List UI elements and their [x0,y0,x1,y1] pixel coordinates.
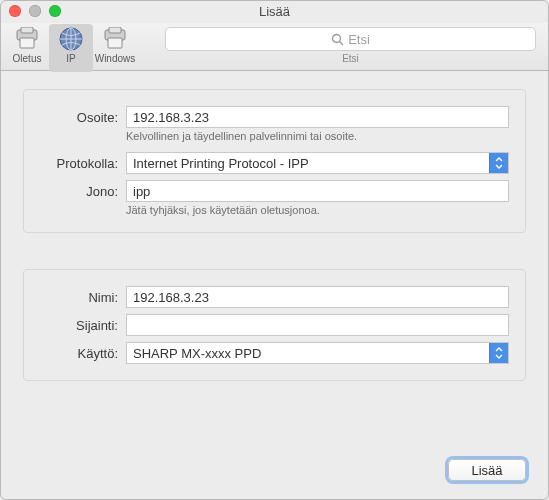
search-placeholder: Etsi [348,32,370,47]
zoom-icon[interactable] [49,5,61,17]
address-label: Osoite: [34,110,126,125]
queue-input[interactable] [126,180,509,202]
svg-rect-6 [109,27,121,33]
toolbar-item-label: Windows [95,53,136,64]
printer-icon [101,26,129,52]
protocol-value: Internet Printing Protocol - IPP [133,156,309,171]
footer: Lisää [448,459,526,481]
printer-icon [13,26,41,52]
window-controls [9,5,61,17]
use-select[interactable]: SHARP MX-xxxx PPD [126,342,509,364]
location-label: Sijainti: [34,318,126,333]
close-icon[interactable] [9,5,21,17]
queue-hint: Jätä tyhjäksi, jos käytetään oletusjonoa… [126,204,320,216]
svg-rect-1 [21,27,33,33]
toolbar-item-ip[interactable]: IP [49,24,93,72]
use-value: SHARP MX-xxxx PPD [133,346,261,361]
toolbar: Oletus IP Windows [1,23,548,71]
address-hint: Kelvollinen ja täydellinen palvelinnimi … [126,130,357,142]
search-caption: Etsi [342,53,359,64]
svg-point-8 [333,34,341,42]
globe-icon [57,26,85,52]
svg-rect-7 [108,38,122,48]
toolbar-item-label: IP [66,53,75,64]
protocol-label: Protokolla: [34,156,126,171]
search-input[interactable]: Etsi [165,27,536,51]
minimize-icon[interactable] [29,5,41,17]
svg-rect-2 [20,38,34,48]
window-title: Lisää [259,4,290,19]
chevron-updown-icon [489,153,508,173]
svg-line-9 [340,41,344,45]
connection-panel: Osoite: Kelvollinen ja täydellinen palve… [23,89,526,233]
add-printer-window: Lisää Oletus IP [0,0,549,500]
form-body: Osoite: Kelvollinen ja täydellinen palve… [1,71,548,381]
search-icon [331,33,344,46]
address-input[interactable] [126,106,509,128]
name-label: Nimi: [34,290,126,305]
location-input[interactable] [126,314,509,336]
info-panel: Nimi: Sijainti: Käyttö: SHARP MX-xxxx PP… [23,269,526,381]
toolbar-item-label: Oletus [13,53,42,64]
queue-label: Jono: [34,184,126,199]
protocol-select[interactable]: Internet Printing Protocol - IPP [126,152,509,174]
titlebar: Lisää [1,1,548,23]
name-input[interactable] [126,286,509,308]
toolbar-item-default[interactable]: Oletus [5,24,49,72]
toolbar-item-windows[interactable]: Windows [93,24,137,72]
use-label: Käyttö: [34,346,126,361]
search-area: Etsi Etsi [165,23,544,64]
add-button[interactable]: Lisää [448,459,526,481]
chevron-updown-icon [489,343,508,363]
